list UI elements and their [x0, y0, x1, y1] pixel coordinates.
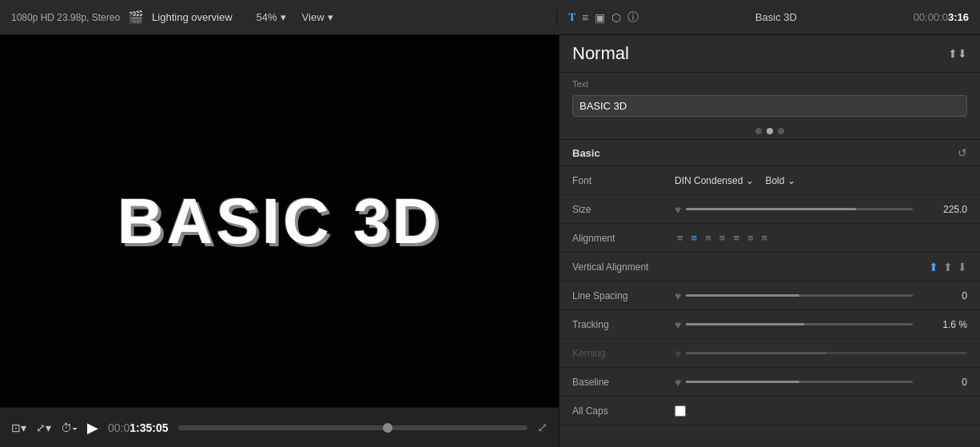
text-tool-icon[interactable]: 𝐓 — [568, 10, 576, 24]
align-center[interactable]: ≡ — [689, 230, 700, 245]
timeline-scrubber[interactable] — [178, 425, 528, 430]
playback-timecode: 00:01:35:05 — [108, 421, 169, 434]
baseline-fill — [686, 381, 799, 383]
playback-bar: ⊡▾ ⤢▾ ⏱▾ ▶ 00:01:35:05 ⤢ — [0, 407, 559, 447]
preview-canvas: BASIC 3D — [0, 35, 559, 407]
vert-align-top[interactable]: ⬆ — [929, 261, 938, 273]
reset-button[interactable]: ↺ — [958, 146, 967, 159]
all-caps-row: All Caps — [560, 397, 980, 425]
vertical-alignment-controls: ⬆ ⬆ ⬇ — [675, 261, 967, 273]
kerning-label: Kerning — [572, 348, 668, 359]
top-bar: 1080p HD 23.98p, Stereo 🎬 Lighting overv… — [0, 0, 980, 35]
timecode-main: 3:16 — [948, 11, 969, 23]
font-row: Font DIN Condensed ⌄ Bold ⌄ — [560, 166, 980, 195]
film-icon: 🎬 — [128, 10, 144, 25]
tc-bright: 1:35:05 — [129, 421, 168, 434]
baseline-controls: ♥ — [675, 376, 913, 389]
align-buttons: ≡ ≡ ≡ ≡ ≡ ≡ ≡ — [675, 230, 770, 245]
kerning-row: Kerning ♥ — [560, 339, 980, 368]
font-style-value: Bold — [765, 175, 784, 186]
video-info: 1080p HD 23.98p, Stereo — [11, 12, 120, 23]
zoom-chevron: ▾ — [281, 11, 286, 23]
text-input-row — [560, 92, 980, 123]
view-options-btn[interactable]: ⊡▾ — [11, 421, 26, 434]
font-style-arrow: ⌄ — [787, 175, 795, 186]
transform-btn[interactable]: ⤢▾ — [36, 421, 51, 434]
baseline-slider[interactable] — [686, 381, 913, 383]
size-row: Size ♥ 225.0 — [560, 195, 980, 224]
zoom-control[interactable]: 54% ▾ — [257, 11, 286, 23]
vert-align-middle[interactable]: ⬆ — [943, 261, 953, 273]
vert-align-bottom[interactable]: ⬇ — [958, 261, 967, 273]
baseline-row: Baseline ♥ 0 — [560, 368, 980, 397]
all-caps-controls — [675, 405, 967, 417]
zoom-value: 54% — [257, 11, 277, 23]
timeline-thumb[interactable] — [383, 423, 392, 433]
inspector-icons: 𝐓 ≡ ▣ ⬡ ⓘ — [568, 10, 639, 25]
font-family-arrow: ⌄ — [746, 175, 754, 186]
blend-mode-label: Normal — [572, 43, 629, 64]
size-label: Size — [572, 204, 668, 215]
vertical-alignment-row: Vertical Alignment ⬆ ⬆ ⬇ — [560, 253, 980, 281]
view-control[interactable]: View ▾ — [302, 11, 333, 23]
size-keyframe[interactable]: ♥ — [675, 203, 681, 216]
vertical-alignment-label: Vertical Alignment — [572, 261, 668, 273]
tracking-fill — [686, 323, 804, 325]
view-chevron: ▾ — [328, 11, 333, 23]
alignment-row: Alignment ≡ ≡ ≡ ≡ ≡ ≡ ≡ — [560, 224, 980, 253]
all-caps-label: All Caps — [572, 405, 668, 417]
kerning-controls: ♥ — [675, 347, 967, 360]
timecode: 00:00:03:16 — [914, 11, 969, 23]
filter-icon[interactable]: ⬡ — [612, 11, 621, 24]
tc-dim: 00:0 — [108, 421, 129, 434]
tracking-label: Tracking — [572, 319, 668, 330]
align-right[interactable]: ≡ — [703, 230, 714, 245]
tracking-slider[interactable] — [686, 323, 913, 325]
kerning-fill — [686, 352, 827, 354]
clip-name: Basic 3D — [647, 11, 905, 23]
video-icon[interactable]: ▣ — [595, 11, 605, 24]
all-caps-checkbox[interactable] — [675, 405, 686, 417]
alignment-controls: ≡ ≡ ≡ ≡ ≡ ≡ ≡ — [675, 230, 967, 245]
align-justify-left[interactable]: ≡ — [717, 230, 728, 245]
tracking-row: Tracking ♥ 1.6 % — [560, 310, 980, 339]
line-spacing-label: Line Spacing — [572, 290, 668, 301]
kerning-slider — [686, 352, 967, 354]
layout-icon[interactable]: ≡ — [582, 11, 588, 24]
speed-btn[interactable]: ⏱▾ — [61, 421, 78, 434]
line-spacing-slider[interactable] — [686, 294, 913, 297]
baseline-keyframe[interactable]: ♥ — [675, 376, 681, 389]
top-bar-left: 1080p HD 23.98p, Stereo 🎬 Lighting overv… — [0, 10, 556, 25]
blend-mode-row: Normal ⬆︎⬇︎ — [560, 35, 980, 73]
align-left[interactable]: ≡ — [675, 230, 686, 245]
info-icon[interactable]: ⓘ — [627, 10, 639, 25]
baseline-label: Baseline — [572, 377, 668, 388]
play-button[interactable]: ▶ — [87, 419, 98, 437]
fullscreen-button[interactable]: ⤢ — [537, 420, 548, 435]
font-family-value: DIN Condensed — [675, 175, 743, 186]
align-justify-center[interactable]: ≡ — [731, 230, 742, 245]
line-spacing-value: 0 — [919, 290, 967, 301]
text-input[interactable] — [572, 95, 967, 117]
font-style-selector[interactable]: Bold ⌄ — [765, 175, 795, 186]
view-label: View — [302, 11, 325, 23]
basic-section-header: Basic ↺ — [560, 139, 980, 166]
line-spacing-keyframe[interactable]: ♥ — [675, 289, 681, 302]
preview-panel: BASIC 3D ⊡▾ ⤢▾ ⏱▾ ▶ 00:01:35:05 ⤢ — [0, 35, 559, 447]
tracking-keyframe[interactable]: ♥ — [675, 318, 681, 331]
preview-title: BASIC 3D — [118, 185, 441, 258]
line-spacing-fill — [686, 294, 799, 297]
font-family-selector[interactable]: DIN Condensed ⌄ — [675, 175, 754, 186]
size-slider-fill — [686, 208, 856, 210]
tracking-value: 1.6 % — [919, 319, 967, 330]
dot-2 — [767, 128, 773, 134]
blend-mode-arrows[interactable]: ⬆︎⬇︎ — [948, 47, 967, 60]
line-spacing-controls: ♥ — [675, 289, 913, 302]
size-value: 225.0 — [919, 204, 967, 215]
tracking-controls: ♥ — [675, 318, 913, 331]
align-justify-right[interactable]: ≡ — [745, 230, 756, 245]
dot-1 — [755, 128, 762, 134]
align-justify-full[interactable]: ≡ — [759, 230, 771, 245]
size-slider[interactable] — [686, 208, 913, 210]
font-controls: DIN Condensed ⌄ Bold ⌄ — [675, 175, 967, 186]
